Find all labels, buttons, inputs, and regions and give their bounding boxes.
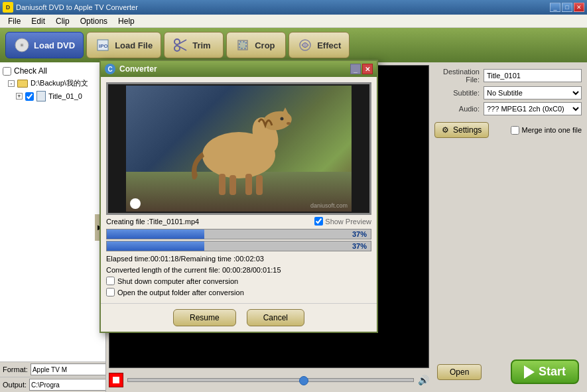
dialog-minimize-button[interactable]: _ [350, 64, 361, 74]
show-preview-label: Show Preview [325, 218, 371, 226]
effect-button[interactable]: Effect [289, 32, 350, 58]
progress-bar-2: 37% [106, 241, 371, 251]
elapsed-text: Elapsed time:00:01:18/Remaining time :00… [106, 255, 264, 263]
shutdown-label: Shut down computer after conversion [117, 277, 238, 285]
menu-options[interactable]: Options [75, 15, 113, 27]
merge-checkbox[interactable] [511, 126, 519, 135]
progress-bar-1-label: 37% [352, 229, 367, 239]
show-preview-checkbox[interactable] [314, 217, 323, 226]
load-dvd-button[interactable]: Load DVD [5, 32, 84, 58]
destination-input[interactable] [484, 69, 582, 82]
start-button[interactable]: Start [511, 359, 579, 384]
menu-edit[interactable]: Edit [26, 15, 50, 27]
left-panel-bottom: Format: Output: [0, 361, 105, 392]
tree-child-item: + Title_01_0 [3, 90, 103, 103]
open-button[interactable]: Open [437, 364, 482, 380]
svg-rect-10 [239, 42, 246, 48]
open-output-row: Open the output folder after conversion [106, 287, 371, 298]
format-row: Format: [0, 361, 105, 377]
svg-point-6 [174, 46, 180, 51]
title-bar: D Daniusoft DVD to Apple TV Converter _ … [0, 0, 587, 15]
svg-point-16 [281, 117, 284, 121]
speaker-icon[interactable]: 🔊 [418, 375, 429, 385]
dialog-title: Converter [119, 64, 350, 74]
progress-bar-1-fill [107, 229, 204, 239]
soccer-icon [130, 198, 141, 209]
menu-file[interactable]: File [3, 15, 26, 27]
svg-rect-19 [229, 175, 236, 195]
audio-label: Audio: [434, 105, 480, 113]
info-grid: Destination File: Subtitle: No SubtitleE… [434, 68, 582, 115]
horse-svg [179, 102, 298, 195]
check-all-checkbox[interactable] [3, 67, 11, 76]
right-info-panel: Destination File: Subtitle: No SubtitleE… [432, 65, 584, 389]
window-controls: _ □ ✕ [550, 3, 584, 12]
open-output-label: Open the output folder after conversion [117, 289, 244, 296]
dialog-body: daniusoft.com Creating file :Title_0101.… [101, 77, 377, 303]
play-icon [524, 365, 535, 379]
svg-rect-20 [245, 174, 252, 195]
toolbar: Load DVD IPO Load File Trim Crop Effect [0, 28, 587, 62]
tree-file-label: Title_01_0 [48, 92, 82, 100]
file-checkbox[interactable] [25, 92, 34, 101]
crop-button[interactable]: Crop [226, 32, 286, 58]
resume-button[interactable]: Resume [173, 309, 236, 326]
svg-rect-18 [219, 174, 226, 195]
left-panel: Check All - D:\Backup\我的文 + Title_01_0 ▶… [0, 62, 106, 392]
minimize-button[interactable]: _ [550, 3, 560, 12]
merge-label: Merge into one file [522, 126, 582, 134]
svg-rect-21 [256, 175, 263, 195]
svg-text:IPO: IPO [99, 43, 108, 49]
file-status-row: Creating file :Title_0101.mp4 Show Previ… [106, 215, 371, 228]
tree-root: - D:\Backup\我的文 [3, 77, 103, 90]
check-all-label: Check All [14, 66, 47, 76]
output-input[interactable] [29, 379, 106, 391]
tree-folder-label: D:\Backup\我的文 [31, 78, 88, 88]
gear-icon: ⚙ [442, 125, 449, 135]
close-button[interactable]: ✕ [574, 3, 584, 12]
time-info: Elapsed time:00:01:18/Remaining time :00… [106, 253, 371, 265]
audio-select[interactable]: ??? MPEG1 2ch (0xC0) [484, 102, 582, 115]
format-label: Format: [3, 365, 28, 373]
expand-icon[interactable]: + [16, 93, 23, 99]
ipo-icon: IPO [95, 37, 111, 53]
destination-label: Destination File: [434, 68, 480, 84]
load-file-button[interactable]: IPO Load File [86, 32, 161, 58]
cancel-button[interactable]: Cancel [247, 309, 304, 326]
format-input[interactable] [31, 363, 106, 375]
output-row: Output: [0, 377, 105, 392]
folder-icon [17, 80, 28, 88]
svg-point-17 [287, 122, 291, 125]
app-icon: D [3, 2, 13, 13]
restore-button[interactable]: □ [562, 3, 572, 12]
shutdown-row: Shut down computer after conversion [106, 275, 371, 287]
shutdown-checkbox[interactable] [106, 277, 115, 285]
file-tree: Check All - D:\Backup\我的文 + Title_01_0 [3, 65, 103, 360]
progress-bar-2-fill [107, 241, 204, 251]
trim-button[interactable]: Trim [164, 32, 224, 58]
converted-text: Converted length of the current file: 00… [106, 266, 281, 274]
menu-clip[interactable]: Clip [50, 15, 75, 27]
dialog-icon: C [105, 64, 115, 74]
dvd-icon [14, 37, 30, 53]
converter-video-frame: daniusoft.com [106, 82, 371, 215]
subtitle-select[interactable]: No SubtitleEnglishFrenchSpanish [484, 86, 582, 99]
menu-help[interactable]: Help [113, 15, 140, 27]
converter-dialog: C Converter _ ✕ [99, 60, 378, 333]
bottom-action-row: Open Start [434, 357, 582, 387]
menu-bar: File Edit Clip Options Help [0, 15, 587, 28]
svg-point-2 [21, 44, 23, 46]
watermark: daniusoft.com [310, 202, 348, 209]
stop-button[interactable] [109, 373, 123, 387]
collapse-icon[interactable]: - [8, 80, 15, 87]
converter-video-inner: daniusoft.com [126, 86, 352, 212]
merge-row: Merge into one file [511, 126, 582, 135]
playback-slider[interactable] [127, 378, 414, 382]
length-info: Converted length of the current file: 00… [106, 265, 371, 275]
stop-icon [113, 377, 119, 383]
output-label: Output: [3, 381, 27, 389]
playback-controls: 🔊 [109, 371, 429, 389]
open-output-checkbox[interactable] [106, 288, 115, 296]
dialog-close-button[interactable]: ✕ [362, 64, 373, 74]
settings-button[interactable]: ⚙ Settings [434, 122, 489, 138]
